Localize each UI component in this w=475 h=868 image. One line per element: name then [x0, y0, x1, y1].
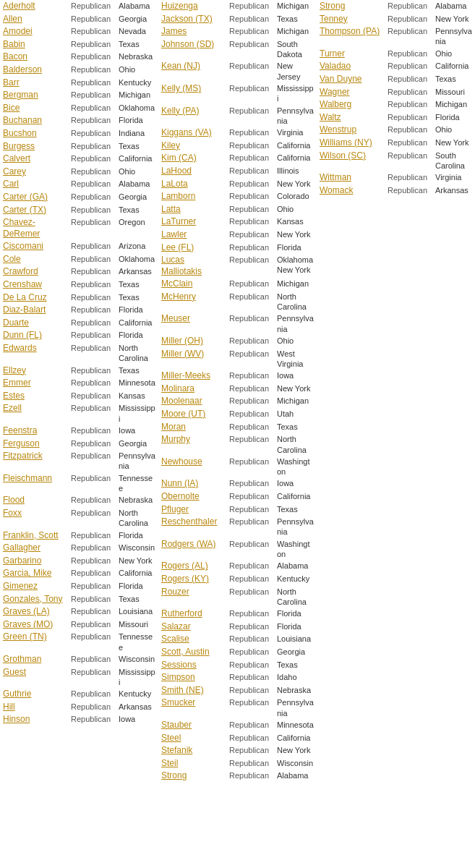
member-name[interactable]: Green (TN) — [3, 631, 68, 652]
member-name[interactable]: Newhouse — [161, 456, 226, 477]
member-name[interactable]: Wilson (SC) — [320, 150, 385, 171]
member-name[interactable]: Chavez-DeRemer — [3, 217, 68, 239]
member-name[interactable]: Fitzpatrick — [3, 451, 68, 472]
member-name[interactable]: Rouzer — [161, 587, 226, 608]
member-name[interactable]: Graves (LA) — [3, 606, 68, 618]
member-name[interactable]: Carl — [3, 179, 68, 190]
member-name[interactable]: Ferguson — [3, 438, 68, 450]
member-name[interactable]: Ellzey — [3, 365, 68, 377]
member-name[interactable]: Rogers (KY) — [161, 574, 226, 585]
member-name[interactable]: Aderholt — [3, 1, 68, 12]
member-name[interactable]: Barr — [3, 77, 68, 89]
member-name[interactable]: Emmer — [3, 378, 68, 389]
member-name[interactable]: Waltz — [320, 112, 385, 124]
member-name[interactable]: Balderson — [3, 64, 68, 76]
member-name[interactable]: Bice — [3, 103, 68, 114]
member-name[interactable]: Turner — [320, 48, 385, 60]
member-name[interactable]: Carey — [3, 166, 68, 178]
member-name[interactable]: Buchanan — [3, 115, 68, 127]
member-name[interactable]: Flood — [3, 495, 68, 506]
member-name[interactable]: Lucas Malliotakis — [161, 255, 226, 277]
member-name[interactable]: Huizenga — [161, 1, 226, 12]
member-name[interactable]: Valadao — [320, 61, 385, 72]
member-name[interactable]: Wenstrup — [320, 124, 385, 136]
member-name[interactable]: Miller-Meeks — [161, 370, 226, 382]
member-name[interactable]: Lamborn — [161, 191, 226, 203]
member-name[interactable]: Estes — [3, 391, 68, 402]
member-name[interactable]: Miller (WV) — [161, 349, 226, 370]
member-name[interactable]: Guest — [3, 667, 68, 688]
member-name[interactable]: Jackson (TX) — [161, 14, 226, 25]
member-name[interactable]: Obernolte — [161, 491, 226, 503]
member-name[interactable]: Bucshon — [3, 128, 68, 140]
member-name[interactable]: Hill — [3, 702, 68, 713]
member-name[interactable]: Latta — [161, 204, 226, 216]
member-name[interactable]: Bergman — [3, 90, 68, 101]
member-name[interactable]: Moran — [161, 422, 226, 433]
member-name[interactable]: Hinson — [3, 714, 68, 726]
member-name[interactable]: Cole — [3, 254, 68, 265]
member-name[interactable]: McHenry — [161, 292, 226, 312]
member-name[interactable]: Salazar — [161, 621, 226, 633]
member-name[interactable]: Wittman — [320, 172, 385, 184]
member-name[interactable]: Carter (GA) — [3, 192, 68, 203]
member-name[interactable]: Simpson — [161, 672, 226, 684]
member-name[interactable]: Kiggans (VA) — [161, 127, 226, 139]
member-name[interactable]: Sessions — [161, 660, 226, 671]
member-name[interactable]: Gonzales, Tony — [3, 594, 68, 605]
member-name[interactable]: Ezell — [3, 403, 68, 424]
member-name[interactable]: Johnson (SD) — [161, 39, 226, 60]
member-name[interactable]: Garcia, Mike — [3, 568, 68, 579]
member-name[interactable]: Kean (NJ) — [161, 61, 226, 82]
member-name[interactable]: Lee (FL) — [161, 242, 226, 254]
member-name[interactable]: Rodgers (WA) — [161, 539, 226, 560]
member-name[interactable]: Stauber — [161, 720, 226, 731]
member-name[interactable]: Wagner — [320, 87, 385, 98]
member-name[interactable]: Crenshaw — [3, 279, 68, 291]
member-name[interactable]: Womack — [320, 185, 385, 197]
member-name[interactable]: Gallagher — [3, 542, 68, 554]
member-name[interactable]: Lawler — [161, 229, 226, 241]
member-name[interactable]: Scott, Austin — [161, 647, 226, 658]
member-name[interactable]: McClain — [161, 278, 226, 290]
member-name[interactable]: Pfluger — [161, 504, 226, 516]
member-name[interactable]: Allen — [3, 14, 68, 25]
member-name[interactable]: De La Cruz — [3, 292, 68, 304]
member-name[interactable]: Kelly (MS) — [161, 83, 226, 104]
member-name[interactable]: Feenstra — [3, 425, 68, 437]
member-name[interactable]: Guthrie — [3, 689, 68, 700]
member-name[interactable]: Walberg — [320, 99, 385, 111]
member-name[interactable]: Gimenez — [3, 581, 68, 592]
member-name[interactable]: Dunn (FL) — [3, 330, 68, 341]
member-name[interactable]: Garbarino — [3, 556, 68, 567]
member-name[interactable]: Rogers (AL) — [161, 561, 226, 572]
member-name[interactable]: Scalise — [161, 634, 226, 645]
member-name[interactable]: Nunn (IA) — [161, 478, 226, 490]
member-name[interactable]: Smith (NE) — [161, 685, 226, 697]
member-name[interactable]: Duarte — [3, 318, 68, 329]
member-name[interactable]: Crawford — [3, 266, 68, 278]
member-name[interactable]: Strong — [320, 1, 385, 12]
member-name[interactable]: Carter (TX) — [3, 205, 68, 216]
member-name[interactable]: Calvert — [3, 153, 68, 165]
member-name[interactable]: Franklin, Scott — [3, 530, 68, 542]
member-name[interactable]: Amodei — [3, 26, 68, 38]
member-name[interactable]: Foxx — [3, 508, 68, 529]
member-name[interactable]: Moore (UT) — [161, 409, 226, 420]
member-name[interactable]: Ciscomani — [3, 241, 68, 252]
member-name[interactable]: Van Duyne — [320, 74, 385, 85]
member-name[interactable]: Miller (OH) — [161, 336, 226, 347]
member-name[interactable]: Kim (CA) — [161, 153, 226, 164]
member-name[interactable]: LaTurner — [161, 216, 226, 228]
member-name[interactable]: Molinara — [161, 383, 226, 395]
member-name[interactable]: Babin — [3, 39, 68, 51]
member-name[interactable]: James — [161, 26, 226, 38]
member-name[interactable]: Grothman — [3, 654, 68, 665]
member-name[interactable]: Moolenaar — [161, 396, 226, 407]
member-name[interactable]: Bacon — [3, 51, 68, 63]
member-name[interactable]: Rutherford — [161, 608, 226, 620]
member-name[interactable]: Diaz-Balart — [3, 305, 68, 316]
member-name[interactable]: LaLota — [161, 179, 226, 190]
member-name[interactable]: Fleischmann — [3, 473, 68, 494]
member-name[interactable]: Stefanik — [161, 745, 226, 757]
